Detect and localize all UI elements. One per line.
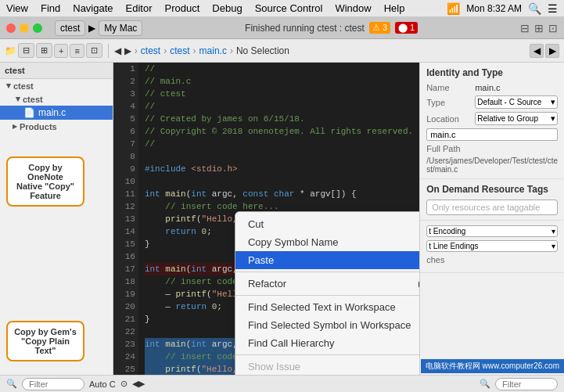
- code-line: //: [145, 63, 413, 75]
- close-button[interactable]: [6, 23, 16, 33]
- status-right: 🔍: [480, 378, 558, 390]
- ctx-cut[interactable]: Cut: [235, 215, 419, 233]
- ctx-refactor[interactable]: Refactor ▶: [235, 275, 419, 293]
- sidebar-group-products[interactable]: ▸ Products: [0, 120, 113, 133]
- type-label: Type: [426, 98, 472, 107]
- encoding-dropdown[interactable]: t Encoding ▾: [426, 225, 558, 237]
- menu-navigate[interactable]: Navigate: [73, 2, 113, 14]
- maximize-button[interactable]: [33, 23, 42, 33]
- bc-arrow-1: ›: [163, 45, 167, 56]
- right-panel: Identity and Type Name main.c Type Defau…: [419, 63, 564, 375]
- sidebar-group-ctest2[interactable]: ▾ ctest: [0, 92, 113, 106]
- menu-view[interactable]: View: [6, 2, 28, 14]
- breadcrumb-bar: ◀ ▶ › ctest › ctest › main.c › No Select…: [114, 45, 526, 56]
- title-center: Finished running ctest : ctest ⚠ 3 ⬤ 1: [149, 22, 514, 34]
- chevron-down-icon-4: ▾: [551, 242, 555, 250]
- breadcrumb-ctest[interactable]: ctest: [141, 45, 160, 56]
- layout-icon-2[interactable]: ⊞: [534, 22, 544, 34]
- error-badge: ⬤ 1: [395, 22, 418, 34]
- filter-input-right[interactable]: [495, 378, 558, 390]
- ctx-sep-1: [235, 272, 419, 272]
- menu-source-control[interactable]: Source Control: [255, 2, 323, 14]
- tags-placeholder: Only resources are taggable: [426, 200, 558, 215]
- ctx-find-call[interactable]: Find Call Hierarchy: [235, 334, 419, 352]
- submenu-arrow: ▶: [419, 279, 419, 288]
- file-icon: 📄: [23, 107, 35, 118]
- sidebar-group-ctest[interactable]: ▾ ctest: [0, 79, 113, 92]
- type-row: Type Default - C Source ▾: [426, 95, 558, 109]
- back-icon[interactable]: ◀: [114, 45, 121, 56]
- menu-debug[interactable]: Debug: [212, 2, 242, 14]
- identity-section: Identity and Type Name main.c Type Defau…: [420, 63, 564, 179]
- menu-bar: View Find Navigate Editor Product Debug …: [0, 0, 564, 17]
- code-editor-container: 12345 678910 1112131415 1617181920 21222…: [113, 63, 419, 375]
- tb-btn-1[interactable]: ⊟: [18, 43, 34, 58]
- sidebar: ctest ▾ ctest ▾ ctest 📄 main.c ▸ Product…: [0, 63, 113, 375]
- location-row: Location Relative to Group ▾: [426, 112, 558, 125]
- wifi-icon: 📶: [447, 2, 460, 15]
- ctx-sep-3: [235, 354, 419, 355]
- title-bar-right: ⊟ ⊞ ⊡: [520, 22, 558, 34]
- breadcrumb-ctest2[interactable]: ctest: [170, 45, 189, 56]
- line-endings-dropdown[interactable]: t Line Endings ▾: [426, 240, 558, 252]
- scheme-selector[interactable]: ctest: [55, 20, 85, 36]
- menu-find[interactable]: Find: [41, 2, 60, 14]
- menu-product[interactable]: Product: [165, 2, 200, 14]
- status-text: Finished running ctest : ctest: [245, 23, 365, 34]
- context-menu: Cut Copy Symbol Name Paste Refactor ▶ Fi…: [235, 211, 419, 375]
- filter-icon-left: 🔍: [6, 379, 17, 389]
- tb-btn-4[interactable]: ≡: [70, 44, 84, 58]
- status-left: 🔍 Auto C ⊙ ◀▶: [6, 378, 145, 390]
- nav-prev[interactable]: ◀: [530, 44, 544, 58]
- search-icon[interactable]: 🔍: [528, 2, 541, 15]
- ctx-copy-symbol[interactable]: Copy Symbol Name: [235, 233, 419, 251]
- tb-btn-2[interactable]: ⊞: [36, 43, 52, 58]
- chevron-down-icon: ▾: [551, 97, 555, 107]
- menu-editor[interactable]: Editor: [126, 2, 153, 14]
- ctx-sep-2: [235, 295, 419, 296]
- products-label: Products: [20, 122, 57, 131]
- menu-icon[interactable]: ☰: [548, 2, 558, 15]
- filename-input[interactable]: main.c: [426, 128, 558, 141]
- fullpath-value: /Users/james/Developer/Test/ctest/ctest/…: [426, 156, 558, 174]
- ctx-paste[interactable]: Paste: [235, 251, 419, 269]
- menu-help[interactable]: Help: [384, 2, 405, 14]
- nav-next[interactable]: ▶: [545, 44, 559, 58]
- forward-icon[interactable]: ▶: [124, 45, 131, 56]
- tb-btn-5[interactable]: ⊡: [86, 43, 102, 58]
- annotation-bubble-top: Copy by OneNote Native "Copy" Feature: [6, 156, 84, 207]
- separator: ▶: [88, 23, 95, 34]
- toolbar: 📁 ⊟ ⊞ + ≡ ⊡ ◀ ▶ › ctest › ctest › main.c…: [0, 39, 564, 63]
- sidebar-item-mainc[interactable]: 📄 main.c: [0, 106, 113, 120]
- chevron-down-icon-3: ▾: [551, 227, 555, 236]
- identity-title: Identity and Type: [426, 67, 558, 78]
- ctx-show-issue: Show Issue: [235, 358, 419, 375]
- code-line: [145, 175, 413, 188]
- annotation-bubble-bottom: Copy by Gem's "Copy Plain Text": [6, 321, 84, 361]
- chevron-down-icon: ▾: [6, 81, 11, 91]
- breadcrumb-mainc[interactable]: main.c: [199, 45, 227, 56]
- type-select[interactable]: Default - C Source ▾: [475, 95, 558, 109]
- tb-btn-3[interactable]: +: [54, 44, 68, 58]
- filter-input-left[interactable]: [22, 378, 84, 390]
- ches-row: ches: [426, 255, 558, 264]
- sidebar-header: ctest: [0, 63, 113, 79]
- ctx-find-text[interactable]: Find Selected Text in Workspace: [235, 298, 419, 316]
- code-line: // Copyright © 2018 onenotejem. All righ…: [145, 125, 413, 138]
- warning-badge: ⚠ 3: [369, 22, 390, 34]
- layout-icon-3[interactable]: ⊡: [548, 22, 558, 34]
- code-line: #include <stdio.h>: [145, 163, 413, 175]
- bc-arrow-3: ›: [230, 45, 233, 56]
- minimize-button[interactable]: [20, 23, 29, 33]
- code-editor[interactable]: 12345 678910 1112131415 1617181920 21222…: [113, 63, 419, 375]
- target-selector[interactable]: My Mac: [99, 20, 142, 36]
- layout-icon-1[interactable]: ⊟: [520, 22, 530, 34]
- line-endings-row: t Line Endings ▾: [426, 240, 558, 252]
- menu-window[interactable]: Window: [335, 2, 371, 14]
- tags-section: On Demand Resource Tags Only resources a…: [420, 179, 564, 221]
- name-value: main.c: [475, 83, 558, 92]
- location-select[interactable]: Relative to Group ▾: [475, 112, 558, 125]
- ctx-find-symbol[interactable]: Find Selected Symbol in Workspace: [235, 316, 419, 334]
- group-label: ctest: [13, 81, 34, 91]
- encoding-section: t Encoding ▾ t Line Endings ▾ ches: [420, 221, 564, 273]
